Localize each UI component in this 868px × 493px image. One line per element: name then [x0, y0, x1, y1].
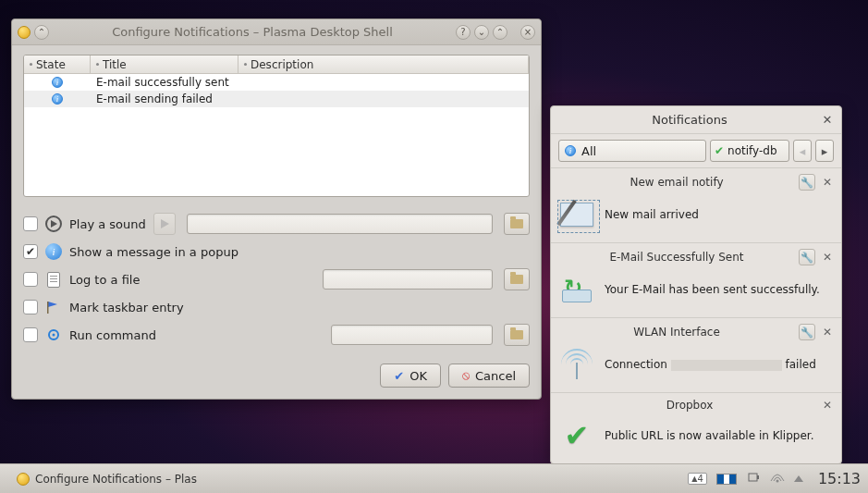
notification-body: Connection failed [605, 358, 816, 371]
close-icon[interactable]: ✕ [821, 176, 834, 189]
close-icon[interactable]: ✕ [821, 251, 834, 264]
notification-body: New mail arrived [605, 208, 699, 221]
browse-command-button[interactable] [504, 324, 530, 346]
svg-marker-0 [51, 220, 57, 228]
network-icon[interactable] [770, 472, 785, 486]
app-icon [17, 473, 30, 486]
notification-item: WLAN Interface 🔧 ✕ Connection failed [551, 317, 841, 392]
folder-icon [510, 275, 523, 284]
label-play-sound: Play a sound [69, 217, 146, 231]
column-description[interactable]: Description [238, 55, 529, 73]
filter-app-label: notify-db [727, 144, 776, 157]
panel-filter-row: i All ✔ notify-db ◂ ▸ [551, 134, 841, 167]
app-icon [18, 26, 31, 39]
close-icon[interactable]: ✕ [821, 114, 834, 127]
label-command: Run command [69, 328, 156, 342]
browse-sound-button[interactable] [504, 213, 530, 235]
close-icon[interactable]: ✕ [821, 326, 834, 339]
info-icon: i [52, 77, 63, 88]
label-popup: Show a message in a popup [69, 245, 238, 259]
option-log: Log to a file [23, 265, 530, 293]
option-play-sound: Play a sound [23, 210, 530, 238]
minimize-icon[interactable]: ⌄ [474, 25, 489, 40]
svg-rect-7 [757, 475, 759, 479]
notification-body: Public URL is now available in Klipper. [605, 429, 813, 442]
text-post: failed [782, 358, 816, 371]
nav-next-button[interactable]: ▸ [815, 140, 834, 162]
keyboard-layout-icon[interactable] [716, 474, 737, 485]
ok-button[interactable]: ✔ OK [380, 364, 441, 388]
window-titlebar[interactable]: ⌃ Configure Notifications – Plasma Deskt… [12, 19, 541, 45]
check-icon: ✔ [394, 369, 404, 383]
taskbar: Configure Notifications – Plas ▲4 15:13 [0, 463, 868, 493]
text-pre: Connection [605, 358, 671, 371]
folder-icon [510, 219, 523, 228]
check-icon: ✔ [715, 144, 724, 157]
notification-title: E-Mail Successfully Sent [558, 251, 795, 264]
sound-path-input[interactable] [187, 214, 493, 234]
configure-icon[interactable]: 🔧 [799, 249, 815, 265]
option-command: Run command [23, 321, 530, 349]
panel-header: Notifications ✕ [551, 106, 841, 134]
check-icon: ✔ [558, 417, 595, 454]
configure-notifications-window: ⌃ Configure Notifications – Plasma Deskt… [11, 18, 542, 400]
play-icon [45, 216, 62, 232]
filter-all-button[interactable]: i All [558, 140, 706, 162]
clock[interactable]: 15:13 [818, 470, 861, 487]
filter-all-label: All [581, 144, 596, 158]
pin-icon[interactable]: ⌃ [34, 25, 49, 40]
cancel-label: Cancel [475, 369, 516, 383]
help-icon[interactable]: ? [456, 25, 471, 40]
system-tray: ▲4 15:13 [688, 470, 861, 487]
cancel-button[interactable]: ⦸ Cancel [448, 364, 530, 388]
notification-item: New email notify 🔧 ✕ New mail arrived [551, 167, 841, 242]
notification-item: E-Mail Successfully Sent 🔧 ✕ ↻ Your E-Ma… [551, 242, 841, 317]
list-item[interactable]: i E-mail successfully sent [24, 74, 529, 91]
notification-title: New email notify [558, 176, 795, 189]
configure-icon[interactable]: 🔧 [799, 324, 815, 340]
configure-icon[interactable]: 🔧 [799, 174, 815, 191]
list-item[interactable]: i E-mail sending failed [24, 91, 529, 107]
battery-icon[interactable] [746, 471, 761, 487]
command-input[interactable] [331, 325, 493, 345]
notification-title: Dropbox [558, 399, 821, 412]
row-title: E-mail sending failed [91, 92, 238, 105]
list-header: State Title Description [24, 55, 529, 74]
flag-icon [45, 299, 62, 315]
info-icon: i [52, 93, 63, 105]
log-path-input[interactable] [323, 269, 493, 290]
svg-rect-3 [47, 302, 49, 314]
checkbox-log[interactable] [23, 272, 38, 287]
svg-marker-1 [161, 219, 169, 228]
taskbar-item-configure[interactable]: Configure Notifications – Plas [7, 468, 206, 490]
notification-title: WLAN Interface [558, 326, 795, 339]
envelope-icon [558, 196, 595, 233]
option-taskbar: Mark taskbar entry [23, 293, 530, 321]
label-log: Log to a file [69, 273, 140, 287]
checkbox-popup[interactable] [23, 244, 38, 259]
maximize-icon[interactable]: ⌃ [493, 25, 507, 40]
close-icon[interactable]: ✕ [821, 399, 834, 412]
folder-icon [510, 330, 523, 339]
svg-marker-2 [48, 302, 57, 307]
browse-log-button[interactable] [504, 268, 530, 290]
checkbox-taskbar[interactable] [23, 300, 38, 314]
window-title: Configure Notifications – Plasma Desktop… [49, 25, 456, 39]
nav-prev-button[interactable]: ◂ [793, 140, 812, 162]
filter-app-button[interactable]: ✔ notify-db [710, 140, 789, 162]
svg-rect-6 [749, 474, 757, 481]
notification-body: Your E-Mail has been sent successfully. [605, 283, 820, 296]
gear-icon [45, 327, 62, 343]
close-icon[interactable]: × [520, 25, 535, 40]
column-state[interactable]: State [24, 55, 91, 73]
show-hidden-icon [794, 475, 803, 482]
column-title[interactable]: Title [91, 55, 238, 73]
updates-badge[interactable]: ▲4 [688, 473, 707, 485]
checkbox-command[interactable] [23, 327, 38, 342]
info-icon: i [45, 243, 62, 260]
checkbox-play-sound[interactable] [23, 216, 38, 231]
info-icon: i [565, 145, 576, 156]
preview-sound-button[interactable] [153, 213, 176, 235]
events-list[interactable]: State Title Description i E-mail success… [23, 55, 530, 197]
notification-item: Dropbox ✕ ✔ Public URL is now available … [551, 392, 841, 463]
